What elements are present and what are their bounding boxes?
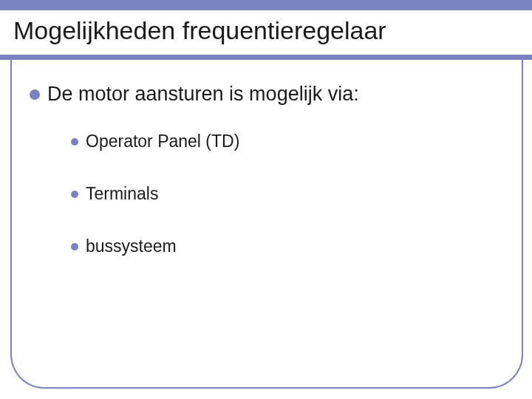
slide-title: Mogelijkheden frequentieregelaar bbox=[13, 16, 386, 45]
top-accent-band bbox=[0, 0, 532, 10]
list-item: Terminals bbox=[71, 184, 239, 204]
bullet-icon bbox=[71, 138, 78, 146]
sub-bullet-text: Operator Panel (TD) bbox=[86, 132, 239, 151]
bullet-icon bbox=[71, 191, 78, 198]
main-bullet-text: De motor aansturen is mogelijk via: bbox=[47, 83, 359, 106]
sub-bullet-list: Operator Panel (TD) Terminals bussysteem bbox=[71, 132, 239, 289]
bullet-icon bbox=[71, 243, 78, 250]
sub-bullet-text: bussysteem bbox=[86, 236, 177, 256]
list-item: Operator Panel (TD) bbox=[71, 132, 239, 151]
list-item: bussysteem bbox=[71, 236, 239, 256]
bullet-icon bbox=[30, 89, 40, 100]
sub-bullet-text: Terminals bbox=[86, 184, 158, 204]
main-bullet-row: De motor aansturen is mogelijk via: bbox=[30, 83, 359, 106]
